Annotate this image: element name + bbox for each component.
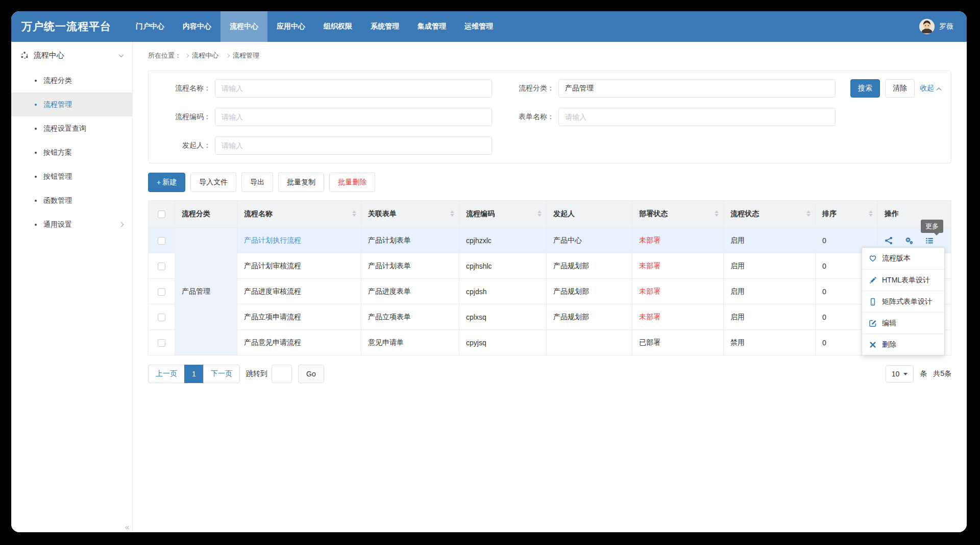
- row-checkbox[interactable]: [158, 314, 165, 321]
- column-header-category: 流程分类: [175, 201, 237, 228]
- sidebar-item-label: 函数管理: [43, 196, 72, 205]
- batch-copy-button[interactable]: 批量复制: [278, 173, 324, 192]
- breadcrumb-item-process-center[interactable]: 流程中心: [192, 51, 218, 60]
- pager: 上一页 1 下一页: [148, 365, 240, 383]
- select-all-checkbox[interactable]: [158, 210, 165, 218]
- table-header-row: 流程分类 流程名称 关联表单 流程编码 发起人: [149, 201, 951, 228]
- sort-icon[interactable]: [869, 210, 873, 217]
- search-panel: 流程名称： 流程分类： 搜索 清除 收起 流程编码：: [148, 70, 951, 163]
- column-header-sort[interactable]: 排序: [816, 201, 878, 228]
- cell-name: 产品计划审核流程: [237, 253, 361, 279]
- jump-to-label: 跳转到: [246, 369, 267, 378]
- menu-item-delete[interactable]: 删除: [862, 334, 944, 355]
- sidebar-group-process-center[interactable]: 流程中心: [11, 42, 132, 68]
- row-checkbox[interactable]: [158, 263, 165, 270]
- sidebar-item-function-management[interactable]: 函数管理: [11, 188, 132, 212]
- row-checkbox[interactable]: [158, 237, 165, 245]
- sort-icon[interactable]: [352, 210, 356, 217]
- import-button[interactable]: 导入文件: [190, 173, 236, 192]
- total-count-label: 共5条: [933, 369, 951, 378]
- clear-button[interactable]: 清除: [885, 79, 915, 98]
- cell-sponsor: 产品规划部: [547, 304, 632, 330]
- chevron-right-icon: [119, 222, 124, 227]
- menu-item-html-form-design[interactable]: HTML表单设计: [862, 269, 944, 291]
- bullet-icon: [35, 176, 37, 178]
- nav-item-system-management[interactable]: 系统管理: [361, 11, 408, 42]
- export-button[interactable]: 导出: [241, 173, 273, 192]
- sort-icon[interactable]: [715, 210, 719, 217]
- pagination-right: 10 条 共5条: [886, 365, 951, 383]
- column-header-flow-status[interactable]: 流程状态: [724, 201, 816, 228]
- table-row: 产品进度审核流程 产品进度表单 cpjdsh 产品规划部 未部署 启用 0: [149, 279, 951, 304]
- sponsor-input[interactable]: [215, 136, 492, 155]
- edit-icon: [869, 319, 877, 327]
- nav-item-content-center[interactable]: 内容中心: [174, 11, 220, 42]
- process-table: 流程分类 流程名称 关联表单 流程编码 发起人: [148, 200, 951, 356]
- nav-item-portal-center[interactable]: 门户中心: [127, 11, 174, 42]
- sort-icon[interactable]: [806, 210, 811, 217]
- batch-delete-button[interactable]: 批量删除: [329, 173, 375, 192]
- sort-icon[interactable]: [537, 210, 542, 217]
- column-header-sponsor: 发起人: [547, 201, 632, 228]
- settings-icon[interactable]: [905, 236, 913, 245]
- sort-icon[interactable]: [450, 210, 454, 217]
- process-center-icon: [20, 51, 29, 59]
- column-header-label: 部署状态: [639, 209, 668, 218]
- sidebar-item-process-management[interactable]: 流程管理: [11, 92, 132, 116]
- process-name-link[interactable]: 产品计划执行流程: [244, 236, 301, 244]
- form-name-input[interactable]: [558, 108, 836, 126]
- chevron-right-icon: [226, 54, 230, 58]
- menu-item-edit[interactable]: 编辑: [862, 312, 944, 334]
- sidebar-item-label: 按钮管理: [43, 172, 72, 181]
- row-checkbox[interactable]: [158, 339, 165, 347]
- menu-item-label: 编辑: [882, 319, 896, 328]
- prev-page-button[interactable]: 上一页: [148, 365, 185, 383]
- row-checkbox[interactable]: [158, 288, 165, 296]
- column-header-code[interactable]: 流程编码: [459, 201, 547, 228]
- nav-item-org-permission[interactable]: 组织权限: [314, 11, 361, 42]
- share-icon[interactable]: [885, 236, 893, 245]
- search-button[interactable]: 搜索: [850, 79, 880, 98]
- menu-item-process-version[interactable]: 流程版本: [862, 248, 944, 269]
- column-header-form[interactable]: 关联表单: [361, 201, 459, 228]
- more-icon[interactable]: [925, 236, 934, 245]
- sidebar-item-general-settings[interactable]: 通用设置: [11, 212, 132, 236]
- search-row-3: 发起人：: [159, 136, 941, 155]
- sidebar-collapse-icon[interactable]: «: [125, 523, 129, 531]
- breadcrumb-prefix: 所在位置：: [148, 51, 181, 60]
- cell-name: 产品意见申请流程: [237, 330, 361, 356]
- user-menu[interactable]: 罗薇: [919, 19, 953, 34]
- page-size-select[interactable]: 10: [886, 365, 914, 383]
- sidebar-item-button-management[interactable]: 按钮管理: [11, 164, 132, 188]
- sidebar-item-process-category[interactable]: 流程分类: [11, 68, 132, 92]
- nav-item-process-center[interactable]: 流程中心: [220, 11, 267, 42]
- menu-item-label: 矩阵式表单设计: [882, 297, 932, 306]
- next-page-button[interactable]: 下一页: [203, 365, 240, 383]
- jump-page-input[interactable]: [272, 365, 292, 383]
- column-header-deploy-status[interactable]: 部署状态: [632, 201, 724, 228]
- collapse-filters-link[interactable]: 收起: [920, 84, 941, 93]
- page-1-button[interactable]: 1: [184, 365, 204, 383]
- nav-item-integration-management[interactable]: 集成管理: [408, 11, 455, 42]
- sidebar-item-process-settings-query[interactable]: 流程设置查询: [11, 116, 132, 140]
- chevron-up-icon: [937, 87, 942, 92]
- menu-item-matrix-form-design[interactable]: 矩阵式表单设计: [862, 291, 944, 312]
- sidebar-item-button-scheme[interactable]: 按钮方案: [11, 140, 132, 164]
- go-button[interactable]: Go: [298, 365, 324, 383]
- cell-flow-status: 启用: [724, 253, 816, 279]
- more-tooltip: 更多: [921, 220, 943, 233]
- avatar-image: [919, 19, 935, 34]
- process-name-input[interactable]: [215, 79, 492, 98]
- new-button[interactable]: + 新建: [148, 173, 185, 192]
- pencil-icon: [869, 276, 877, 285]
- row-actions-menu: 流程版本 HTML表单设计 矩阵式表单设计 编辑 删: [862, 247, 945, 356]
- nav-item-app-center[interactable]: 应用中心: [267, 11, 314, 42]
- column-header-name[interactable]: 流程名称: [237, 201, 361, 228]
- cell-name: 产品立项申请流程: [237, 304, 361, 330]
- pagination: 上一页 1 下一页 跳转到 Go 10 条 共5条: [148, 365, 951, 383]
- process-code-input[interactable]: [215, 108, 492, 126]
- delete-icon: [869, 341, 877, 349]
- nav-item-ops-management[interactable]: 运维管理: [455, 11, 502, 42]
- process-category-input[interactable]: [558, 79, 836, 98]
- table-row: 产品立项申请流程 产品立项表单 cplxsq 产品规划部 未部署 启用 0: [149, 304, 951, 330]
